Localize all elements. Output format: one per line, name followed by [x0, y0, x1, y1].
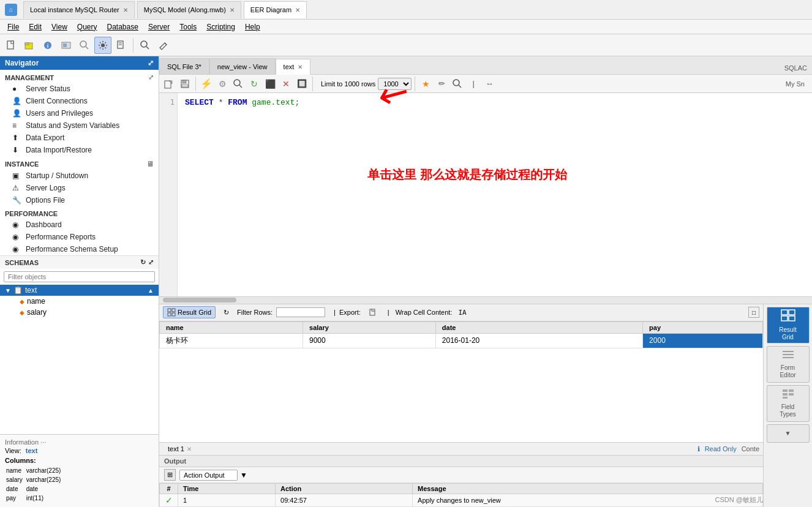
tree-child-salary[interactable]: ◆ salary [0, 307, 159, 318]
content-area: SQL File 3* new_view - View text ✕ SQLAC… [159, 56, 812, 507]
bottom-tab-text[interactable]: text 1 ✕ [163, 444, 197, 454]
scroll-down-btn[interactable]: ▼ [767, 424, 810, 443]
sidebar-item-client-connections[interactable]: 👤 Client Connections [0, 95, 159, 107]
menu-server[interactable]: Server [143, 21, 175, 32]
tree-child-name[interactable]: ◆ name [0, 296, 159, 307]
toolbar-btn-5[interactable] [76, 37, 93, 54]
sidebar-expand-icon[interactable]: ⤢ [148, 59, 154, 67]
toolbar-btn-7[interactable] [113, 37, 130, 54]
horizontal-scrollbar[interactable] [159, 296, 812, 304]
toolbar-btn-gear[interactable] [94, 37, 111, 54]
home-icon[interactable]: ⌂ [5, 4, 17, 16]
sql-arrow-btn[interactable]: ↔ [482, 77, 497, 91]
sql-bookmark-btn[interactable]: ★ [418, 77, 433, 91]
sql-stop-btn[interactable]: ⬛ [263, 77, 277, 91]
sidebar-item-perf-schema[interactable]: ◉ Performance Schema Setup [0, 243, 159, 255]
filter-rows-input[interactable] [276, 307, 325, 317]
sql-stop2-btn[interactable]: ✕ [279, 77, 293, 91]
sql-run-sel-btn[interactable]: ⚙ [215, 77, 230, 91]
field-types-btn[interactable]: FieldTypes [767, 385, 810, 422]
menu-help[interactable]: Help [240, 21, 265, 32]
toolbar-btn-edit[interactable] [155, 37, 172, 54]
tree-up-icon[interactable]: ▲ [148, 287, 154, 294]
table-row[interactable]: 杨卡环 9000 2016-01-20 2000 [160, 333, 763, 348]
output-row: ✓ 1 09:42:57 Apply changes to new_view [160, 494, 763, 507]
svg-point-8 [80, 41, 86, 47]
sidebar-item-status-vars[interactable]: ≡ Status and System Variables [0, 119, 159, 132]
cell-salary[interactable]: 9000 [303, 333, 436, 348]
menu-scripting[interactable]: Scripting [201, 21, 240, 32]
tab-new-view[interactable]: new_view - View [209, 58, 276, 74]
svg-rect-33 [781, 316, 788, 321]
menu-database[interactable]: Database [102, 21, 143, 32]
menu-file[interactable]: File [2, 21, 24, 32]
tree-item-text[interactable]: ▼ 📋 text ▲ [0, 285, 159, 296]
tab-close-eer[interactable]: ✕ [295, 7, 300, 13]
output-col-time: Time [178, 484, 276, 494]
sql-open-btn[interactable] [162, 77, 176, 91]
result-expand-btn[interactable]: □ [748, 307, 759, 318]
sidebar-item-users-privileges[interactable]: 👤 Users and Privileges [0, 107, 159, 119]
sql-search-btn[interactable] [231, 77, 246, 91]
sidebar-item-data-import[interactable]: ⬇ Data Import/Restore [0, 144, 159, 156]
cell-name[interactable]: 杨卡环 [160, 333, 303, 348]
section-management: MANAGEMENT ⤢ [0, 70, 159, 83]
sidebar-item-perf-reports[interactable]: ◉ Performance Reports [0, 231, 159, 243]
management-expand[interactable]: ⤢ [148, 73, 154, 81]
schemas-refresh-icon[interactable]: ↻ [140, 258, 146, 266]
sql-table-btn[interactable]: 🔲 [295, 77, 309, 91]
sidebar-item-dashboard[interactable]: ◉ Dashboard [0, 219, 159, 231]
limit-dropdown[interactable]: 1000 500 200 [378, 78, 412, 90]
tab-close-local[interactable]: ✕ [123, 7, 128, 13]
menu-view[interactable]: View [47, 21, 72, 32]
result-refresh-btn[interactable]: ↻ [219, 307, 233, 318]
tab-mysql-model[interactable]: MySQL Model (Along.mwb) ✕ [137, 1, 241, 18]
cell-date[interactable]: 2016-01-20 [435, 333, 642, 348]
output-dropdown[interactable]: Action Output [179, 470, 238, 481]
menu-edit[interactable]: Edit [24, 21, 47, 32]
form-editor-btn[interactable]: FormEditor [767, 346, 810, 383]
filter-input[interactable] [4, 271, 155, 282]
sidebar-item-data-export[interactable]: ⬆ Data Export [0, 132, 159, 144]
tab-sql-file[interactable]: SQL File 3* [159, 58, 209, 74]
result-grid-btn[interactable]: Result Grid [163, 306, 216, 318]
svg-text:i: i [47, 43, 49, 49]
sql-save-btn[interactable] [178, 77, 192, 91]
tab-close-model[interactable]: ✕ [230, 7, 235, 13]
toolbar-btn-4[interactable] [58, 37, 75, 54]
export-btn[interactable] [364, 306, 382, 318]
sql-pipe-btn[interactable]: | [466, 77, 481, 91]
sidebar-item-startup-shutdown[interactable]: ▣ Startup / Shutdown [0, 170, 159, 182]
tab-eer-diagram[interactable]: EER Diagram ✕ [244, 1, 307, 18]
menu-bar: File Edit View Query Database Server Too… [0, 20, 812, 34]
menu-query[interactable]: Query [72, 21, 102, 32]
hscroll-thumb[interactable] [163, 298, 236, 302]
toolbar-btn-3[interactable]: i [39, 37, 56, 54]
tab-text-close[interactable]: ✕ [298, 64, 303, 70]
code-content[interactable]: SELECT * FROM game.text; [178, 93, 812, 296]
svg-line-16 [165, 43, 167, 45]
sql-magnify-btn[interactable] [450, 77, 465, 91]
output-icon-btn[interactable]: ⊞ [164, 469, 176, 481]
schemas-header: SCHEMAS ↻ ⤢ [0, 255, 159, 269]
menu-tools[interactable]: Tools [175, 21, 201, 32]
tab-local-instance[interactable]: Local instance MySQL Router ✕ [23, 1, 135, 18]
dashboard-icon: ◉ [12, 220, 22, 229]
result-grid-panel-btn[interactable]: ResultGrid [767, 307, 810, 344]
perf-reports-icon: ◉ [12, 233, 22, 241]
toolbar-btn-search[interactable] [137, 37, 154, 54]
sidebar-item-server-logs[interactable]: ⚠ Server Logs [0, 182, 159, 194]
sql-refresh-btn[interactable]: ↻ [247, 77, 261, 91]
sidebar-item-options-file[interactable]: 🔧 Options File [0, 194, 159, 206]
schemas-expand-icon[interactable]: ⤢ [148, 258, 154, 266]
bottom-tab-close[interactable]: ✕ [187, 446, 192, 453]
code-editor[interactable]: 1 SELECT * FROM game.text; [159, 93, 812, 296]
sql-run-btn[interactable]: ⚡ [199, 77, 214, 91]
tab-text[interactable]: text ✕ [276, 59, 311, 75]
sql-pen-btn[interactable]: ✏ [434, 77, 449, 91]
cell-pay[interactable]: 2000 [643, 333, 763, 348]
status-vars-icon: ≡ [12, 121, 22, 130]
toolbar-btn-1[interactable] [2, 37, 20, 54]
sidebar-item-server-status[interactable]: ● Server Status [0, 83, 159, 95]
toolbar-btn-2[interactable] [21, 37, 38, 54]
